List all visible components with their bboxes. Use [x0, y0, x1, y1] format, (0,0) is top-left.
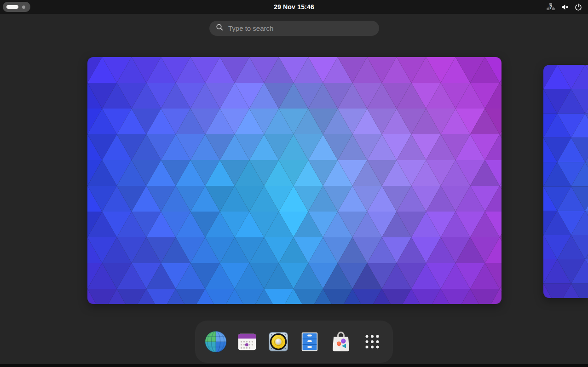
software-bag-icon — [329, 329, 352, 354]
dock-app-calendar[interactable] — [235, 330, 259, 354]
app-grid-icon — [362, 331, 383, 352]
clock[interactable]: 29 Nov 15:46 — [0, 0, 588, 14]
network-unknown-icon: ? — [546, 2, 555, 11]
search-icon — [216, 23, 224, 33]
dock-app-grid-button[interactable] — [360, 330, 384, 354]
dock-app-software[interactable] — [329, 330, 353, 354]
workspace-thumbnail-current[interactable] — [87, 57, 502, 304]
file-cabinet-icon — [298, 330, 321, 353]
volume-muted-icon — [560, 3, 569, 11]
dock-app-files[interactable] — [298, 330, 322, 354]
screen-bottom-strip — [0, 364, 588, 367]
dock-app-music[interactable] — [266, 330, 290, 354]
network-unknown-glyph: ? — [546, 3, 555, 11]
web-globe-icon — [204, 330, 227, 353]
dock-app-web[interactable] — [204, 330, 228, 354]
speaker-icon — [267, 330, 290, 353]
search-bar[interactable] — [209, 21, 379, 36]
wallpaper-triangles — [543, 65, 588, 298]
workspace-thumbnail-next[interactable] — [543, 65, 588, 298]
search-input[interactable] — [228, 24, 373, 32]
top-bar: 29 Nov 15:46 ? — [0, 0, 588, 14]
dash-dock — [195, 321, 393, 363]
calendar-icon — [236, 330, 259, 353]
power-icon — [574, 3, 582, 11]
wallpaper-triangles — [87, 57, 502, 304]
system-status-area[interactable]: ? — [544, 0, 584, 14]
